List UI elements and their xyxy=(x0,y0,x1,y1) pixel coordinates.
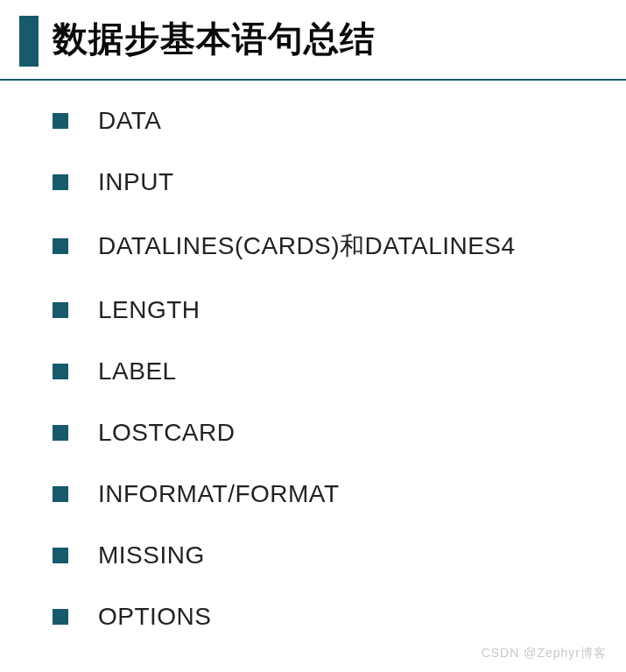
square-bullet-icon xyxy=(53,609,68,625)
watermark-text: CSDN @Zephyr博客 xyxy=(482,646,607,661)
list-item: LABEL xyxy=(53,357,626,386)
list-item: LENGTH xyxy=(53,296,626,324)
list-item-label: LOSTCARD xyxy=(98,419,235,447)
square-bullet-icon xyxy=(53,238,68,254)
square-bullet-icon xyxy=(53,174,68,190)
list-item-label: DATA xyxy=(98,107,162,135)
list-item-label: OPTIONS xyxy=(98,603,212,631)
list-item: DATALINES(CARDS)和DATALINES4 xyxy=(53,230,626,263)
list-item: INPUT xyxy=(53,168,626,196)
square-bullet-icon xyxy=(53,364,68,379)
list-item: DATA xyxy=(53,107,626,135)
list-item-label: INPUT xyxy=(98,168,174,196)
square-bullet-icon xyxy=(53,486,68,502)
page-title: 数据步基本语句总结 xyxy=(53,16,376,61)
list-item: MISSING xyxy=(53,541,626,569)
list-item: LOSTCARD xyxy=(53,419,626,447)
list-item: INFORMAT/FORMAT xyxy=(53,480,626,508)
list-item-label: INFORMAT/FORMAT xyxy=(98,480,340,508)
list-item-label: LABEL xyxy=(98,357,177,386)
title-block: 数据步基本语句总结 xyxy=(0,0,626,67)
list-item-label: DATALINES(CARDS)和DATALINES4 xyxy=(98,230,516,263)
list-item-label: LENGTH xyxy=(98,296,200,324)
square-bullet-icon xyxy=(53,302,68,318)
title-accent-bar xyxy=(19,16,39,67)
square-bullet-icon xyxy=(53,548,68,563)
statement-list: DATA INPUT DATALINES(CARDS)和DATALINES4 L… xyxy=(0,81,626,631)
square-bullet-icon xyxy=(53,113,68,129)
square-bullet-icon xyxy=(53,425,68,441)
list-item: OPTIONS xyxy=(53,603,626,631)
list-item-label: MISSING xyxy=(98,541,205,569)
